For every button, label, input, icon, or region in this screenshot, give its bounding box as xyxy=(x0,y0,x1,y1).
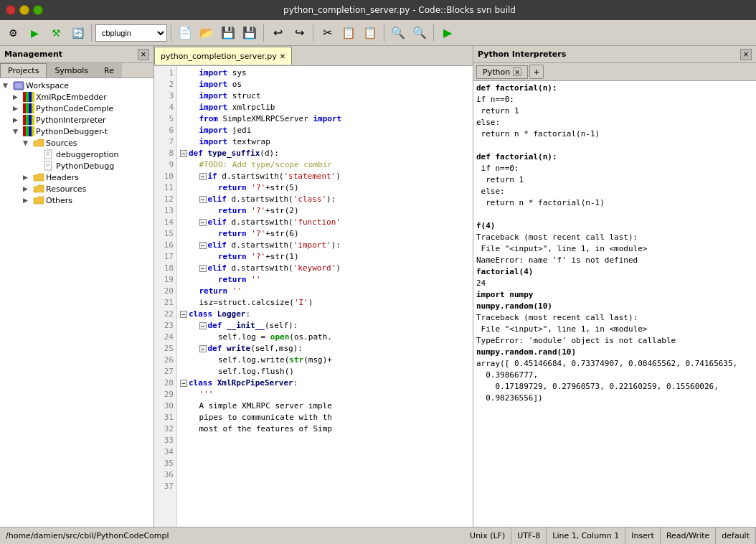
output-line-12 xyxy=(476,209,753,220)
plugin-dropdown[interactable]: cbplugin xyxy=(95,24,167,42)
editor-tab-close[interactable]: ✕ xyxy=(280,52,285,60)
svg-rect-1 xyxy=(15,83,22,88)
output-line-8: if n==0: xyxy=(476,163,753,174)
folder-icon-resources xyxy=(33,184,44,194)
tree-debuggeroption[interactable]: ▶ debuggeroption xyxy=(0,149,153,160)
svg-rect-14 xyxy=(23,126,26,136)
python-output[interactable]: def factorial(n): if n==0: return 1 else… xyxy=(473,81,756,527)
run-button[interactable]: ▶ xyxy=(24,23,44,43)
tab-re[interactable]: Re xyxy=(96,63,122,78)
titlebar: python_completion_server.py - Code::Bloc… xyxy=(0,0,756,20)
output-line-15: File "<input>", line 1, in <module> xyxy=(476,243,753,255)
save-icon: 💾 xyxy=(221,26,235,39)
resources-label: Resources xyxy=(46,184,86,194)
project-tree: ▼ Workspace ▶ XmlRpcEmbedder xyxy=(0,78,153,527)
python-panel-title: Python Interpreters xyxy=(478,50,566,59)
svg-rect-4 xyxy=(29,92,32,102)
tree-pythondebugger[interactable]: ▼ PythonDebugger-t xyxy=(0,126,153,137)
file-icon-pythondebugg xyxy=(43,161,55,171)
output-line-23: TypeError: 'module' object is not callab… xyxy=(476,335,753,347)
build-button[interactable]: ⚒ xyxy=(46,23,66,43)
toolbar-separator-5 xyxy=(384,24,384,42)
management-close-button[interactable]: × xyxy=(138,49,149,60)
output-line-9: return 1 xyxy=(476,174,753,186)
tree-sources[interactable]: ▼ Sources xyxy=(0,137,153,149)
close-button[interactable] xyxy=(6,5,16,15)
workspace-icon xyxy=(13,80,24,90)
tree-workspace[interactable]: ▼ Workspace xyxy=(0,80,153,91)
svg-rect-18 xyxy=(44,150,52,159)
svg-rect-2 xyxy=(23,92,26,102)
save-all-button[interactable]: 💾 xyxy=(240,23,260,43)
save-button[interactable]: 💾 xyxy=(218,23,238,43)
output-line-1: def factorial(n): xyxy=(476,83,753,94)
tree-arrow-pyint[interactable]: ▶ xyxy=(13,116,23,123)
tab-projects[interactable]: Projects xyxy=(0,63,47,78)
paste-button[interactable]: 📋 xyxy=(360,23,380,43)
replace-button[interactable]: 🔍 xyxy=(410,23,430,43)
tree-arrow-others[interactable]: ▶ xyxy=(23,197,33,204)
tree-pythondebugg[interactable]: ▶ PythonDebugg xyxy=(0,160,153,172)
svg-rect-12 xyxy=(29,115,32,125)
svg-rect-11 xyxy=(26,115,29,125)
open-button[interactable]: 📂 xyxy=(197,23,217,43)
rebuild-button[interactable]: 🔄 xyxy=(67,23,88,43)
search-icon: 🔍 xyxy=(391,26,405,39)
tree-arrow-xml[interactable]: ▶ xyxy=(13,93,23,100)
output-line-10: else: xyxy=(476,186,753,197)
tree-resources[interactable]: ▶ Resources xyxy=(0,183,153,194)
folder-icon-others xyxy=(33,195,44,205)
toolbar: ⚙ ▶ ⚒ 🔄 cbplugin 📄 📂 💾 💾 ↩ ↪ ✂ 📋 📋 🔍 🔍 ▶ xyxy=(0,20,756,46)
tree-pythoncodecomplete[interactable]: ▶ PythonCodeComple xyxy=(0,103,153,114)
output-line-6 xyxy=(476,140,753,151)
tree-arrow-headers[interactable]: ▶ xyxy=(23,174,33,181)
code-editor[interactable]: import sys import os import struct impor… xyxy=(177,66,473,527)
window-controls[interactable] xyxy=(6,5,43,15)
svg-rect-5 xyxy=(32,92,34,102)
python-tab-main[interactable]: Python × xyxy=(476,65,528,79)
python-interpreters-header: Python Interpreters × xyxy=(473,46,756,63)
python-tab-close[interactable]: × xyxy=(513,67,521,76)
output-line-13: f(4) xyxy=(476,220,753,232)
tree-arrow-pydbg[interactable]: ▼ xyxy=(13,128,23,135)
toolbar-separator-4 xyxy=(313,24,313,42)
python-new-tab-button[interactable]: + xyxy=(529,65,544,79)
maximize-button[interactable] xyxy=(33,5,43,15)
output-line-19: import numpy xyxy=(476,289,753,301)
folder-icon-sources xyxy=(33,138,44,148)
toolbar-separator-6 xyxy=(433,24,434,42)
tree-arrow-resources[interactable]: ▶ xyxy=(23,185,33,192)
panel-tabs: Projects Symbols Re xyxy=(0,63,153,78)
redo-button[interactable]: ↪ xyxy=(289,23,309,43)
copy-button[interactable]: 📋 xyxy=(339,23,359,43)
statusbar: /home/damien/src/cbil/PythonCodeCompl Un… xyxy=(0,527,756,544)
svg-rect-17 xyxy=(32,126,34,136)
tree-pythoninterpreter[interactable]: ▶ PythonInterpreter xyxy=(0,114,153,126)
replace-icon: 🔍 xyxy=(412,26,427,39)
editor-area[interactable]: 12345 678910 1112131415 1617181920 21222… xyxy=(154,66,473,527)
status-line-ending: Unix (LF) xyxy=(464,527,511,544)
play-icon: ▶ xyxy=(31,27,39,39)
output-line-4: else: xyxy=(476,117,753,128)
tree-others[interactable]: ▶ Others xyxy=(0,194,153,206)
output-line-22: File "<input>", line 1, in <module> xyxy=(476,324,753,335)
tab-symbols[interactable]: Symbols xyxy=(47,63,96,78)
python-panel-close[interactable]: × xyxy=(740,49,752,60)
settings-button[interactable]: ⚙ xyxy=(3,23,23,43)
tree-arrow-sources[interactable]: ▼ xyxy=(23,139,33,146)
tree-arrow-pycc[interactable]: ▶ xyxy=(13,105,23,112)
cut-button[interactable]: ✂ xyxy=(317,23,337,43)
rebuild-icon: 🔄 xyxy=(72,27,84,39)
svg-rect-7 xyxy=(26,103,29,113)
undo-button[interactable]: ↩ xyxy=(268,23,288,43)
editor-tab-main[interactable]: python_completion_server.py ✕ xyxy=(154,47,292,65)
new-button[interactable]: 📄 xyxy=(175,23,195,43)
search-button[interactable]: 🔍 xyxy=(388,23,408,43)
tree-xmlrpcembedder[interactable]: ▶ XmlRpcEmbedder xyxy=(0,91,153,103)
minimize-button[interactable] xyxy=(19,5,29,15)
main-layout: Management × Projects Symbols Re ▼ Works… xyxy=(0,46,756,527)
debug-run-button[interactable]: ▶ xyxy=(438,23,458,43)
tree-arrow-workspace[interactable]: ▼ xyxy=(3,82,13,89)
tree-headers[interactable]: ▶ Headers xyxy=(0,172,153,183)
output-line-2: if n==0: xyxy=(476,94,753,105)
